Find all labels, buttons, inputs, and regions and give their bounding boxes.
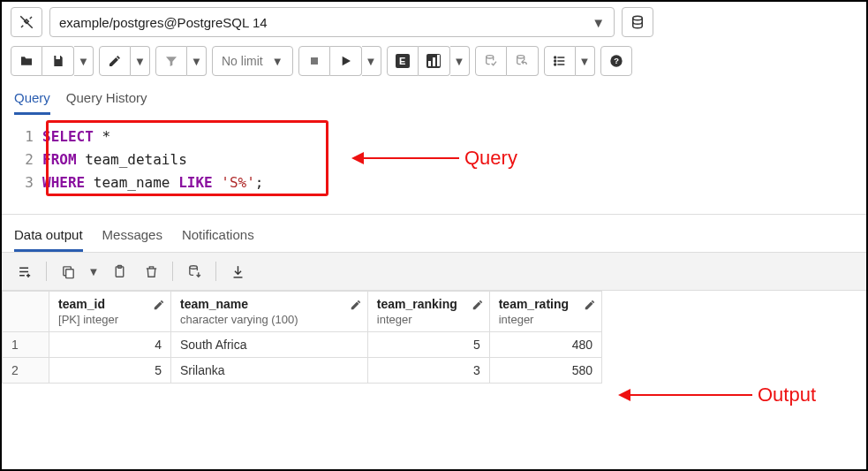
edit-menu-button[interactable]: ▼ (131, 46, 150, 76)
limit-select[interactable]: No limit ▼ (212, 46, 293, 76)
tab-notifications[interactable]: Notifications (182, 224, 254, 252)
cell-team-name[interactable]: Srilanka (170, 358, 367, 384)
tab-messages[interactable]: Messages (102, 224, 162, 252)
output-toolbar: ▼ (2, 252, 866, 291)
edit-button[interactable] (99, 46, 131, 76)
column-header-team-name[interactable]: team_namecharacter varying (100) (170, 292, 367, 332)
db-check-icon (484, 54, 498, 68)
cell-team-id[interactable]: 5 (49, 358, 171, 384)
svg-rect-4 (437, 55, 440, 66)
list-icon (553, 54, 567, 68)
chevron-down-icon: ▼ (579, 55, 591, 68)
filter-icon (164, 54, 178, 68)
cell-team-ranking[interactable]: 5 (367, 332, 489, 358)
filter-button[interactable] (155, 46, 187, 76)
column-header-team-rating[interactable]: team_ratinginteger (489, 292, 601, 332)
column-header-team-id[interactable]: team_id[PK] integer (49, 292, 171, 332)
help-icon: ? (609, 54, 623, 68)
results-table: team_id[PK] integer team_namecharacter v… (2, 291, 602, 384)
chevron-down-icon: ▼ (134, 55, 146, 68)
save-menu-button[interactable]: ▼ (74, 46, 94, 76)
copy-icon (61, 264, 76, 279)
editor-area: 123 SELECT *FROM team_detailsWHERE team_… (2, 115, 866, 214)
pencil-icon (584, 299, 596, 311)
analyze-menu-button[interactable]: ▼ (450, 46, 470, 76)
row-number: 2 (3, 358, 49, 384)
toolbar-separator (172, 262, 173, 281)
explain-icon: E (396, 54, 410, 68)
svg-point-5 (486, 56, 493, 58)
chart-icon (426, 54, 441, 68)
add-row-icon (18, 264, 33, 279)
column-header-team-ranking[interactable]: team_rankinginteger (367, 292, 489, 332)
commit-button[interactable] (475, 46, 507, 76)
analyze-button[interactable] (419, 46, 450, 76)
help-button[interactable]: ? (600, 46, 632, 76)
limit-label: No limit (222, 54, 263, 68)
svg-point-16 (189, 265, 197, 269)
open-file-button[interactable] (11, 46, 42, 76)
pencil-icon (472, 299, 484, 311)
connection-status-button[interactable] (11, 7, 42, 37)
toolbar-separator (46, 262, 47, 281)
svg-rect-3 (433, 57, 435, 66)
svg-point-7 (554, 57, 555, 58)
table-row[interactable]: 14South Africa5480 (3, 332, 602, 358)
trash-icon (144, 264, 159, 279)
explain-button[interactable]: E (387, 46, 419, 76)
filter-menu-button[interactable]: ▼ (187, 46, 207, 76)
pencil-icon (108, 54, 122, 68)
table-row[interactable]: 25Srilanka3580 (3, 358, 602, 384)
delete-row-button[interactable] (137, 258, 165, 285)
play-icon (338, 54, 352, 68)
svg-point-9 (554, 64, 555, 65)
pencil-icon (153, 299, 165, 311)
code-content: SELECT *FROM team_detailsWHERE team_name… (42, 122, 263, 198)
svg-point-0 (633, 16, 643, 20)
execute-button[interactable] (330, 46, 362, 76)
stop-icon (307, 54, 321, 68)
execute-menu-button[interactable]: ▼ (362, 46, 381, 76)
db-undo-icon (515, 54, 529, 68)
macros-button[interactable] (544, 46, 576, 76)
save-data-button[interactable] (180, 258, 208, 285)
new-connection-button[interactable] (622, 7, 653, 37)
save-button[interactable] (42, 46, 74, 76)
download-icon (230, 264, 245, 279)
stop-button[interactable] (298, 46, 330, 76)
cell-team-rating[interactable]: 580 (489, 358, 601, 384)
tab-data-output[interactable]: Data output (14, 224, 83, 252)
add-row-button[interactable] (11, 258, 39, 285)
sql-editor[interactable]: 123 SELECT *FROM team_detailsWHERE team_… (2, 122, 866, 198)
pencil-icon (350, 299, 362, 311)
connection-bar: example/postgres@PostgreSQL 14 ▼ (2, 2, 866, 42)
svg-point-8 (554, 60, 555, 62)
connection-select[interactable]: example/postgres@PostgreSQL 14 ▼ (49, 7, 615, 37)
db-save-icon (187, 264, 202, 279)
svg-rect-13 (65, 269, 73, 277)
cell-team-ranking[interactable]: 3 (367, 358, 489, 384)
chevron-down-icon: ▼ (454, 55, 465, 68)
chevron-down-icon: ▼ (366, 55, 377, 68)
copy-button[interactable] (54, 258, 82, 285)
chevron-down-icon: ▼ (592, 15, 605, 30)
paste-button[interactable] (105, 258, 133, 285)
chevron-down-icon: ▼ (88, 265, 100, 278)
chevron-down-icon: ▼ (78, 55, 89, 68)
tab-query-history[interactable]: Query History (66, 85, 147, 115)
query-tabs: Query Query History (2, 83, 866, 115)
rollback-button[interactable] (507, 46, 539, 76)
copy-menu-button[interactable]: ▼ (86, 258, 102, 285)
download-button[interactable] (223, 258, 252, 285)
tab-query[interactable]: Query (14, 85, 50, 115)
toolbar-separator (215, 262, 216, 281)
cell-team-name[interactable]: South Africa (170, 332, 367, 358)
cell-team-rating[interactable]: 480 (489, 332, 601, 358)
row-number-header (3, 292, 49, 332)
clipboard-icon (112, 264, 127, 279)
cell-team-id[interactable]: 4 (49, 332, 171, 358)
app-frame: example/postgres@PostgreSQL 14 ▼ ▼ ▼ (0, 0, 868, 471)
macros-menu-button[interactable]: ▼ (576, 46, 595, 76)
plug-disconnected-icon (19, 14, 34, 30)
row-number: 1 (3, 332, 49, 358)
